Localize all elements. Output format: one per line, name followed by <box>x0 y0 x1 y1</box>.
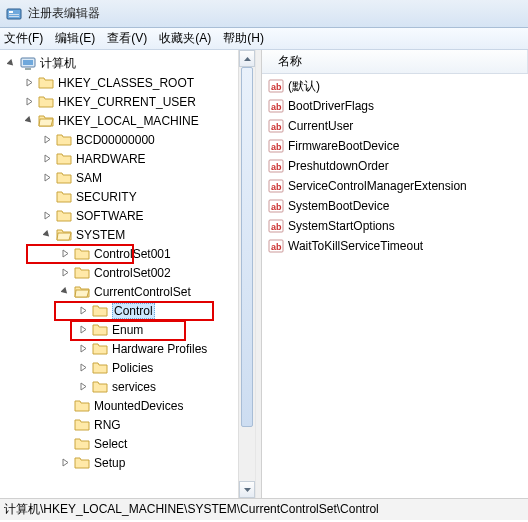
expand-icon[interactable] <box>42 172 53 183</box>
registry-tree[interactable]: 计算机 HKEY_CLASSES_ROOT HKEY_CURRENT_USER … <box>0 50 255 476</box>
reg-string-icon: ab <box>268 98 284 114</box>
list-header[interactable]: 名称 <box>262 50 528 74</box>
folder-icon <box>38 94 54 110</box>
tree-node-control[interactable]: Control <box>2 301 255 320</box>
list-item[interactable]: ab CurrentUser <box>268 116 528 136</box>
tree-node-rng[interactable]: RNG <box>2 415 255 434</box>
tree-node-hwprofiles[interactable]: Hardware Profiles <box>2 339 255 358</box>
menu-help[interactable]: 帮助(H) <box>223 30 264 47</box>
folder-icon <box>38 75 54 91</box>
value-name: ServiceControlManagerExtension <box>288 179 467 193</box>
list-item[interactable]: ab SystemBootDevice <box>268 196 528 216</box>
tree-node-cs002[interactable]: ControlSet002 <box>2 263 255 282</box>
column-name[interactable]: 名称 <box>270 50 528 73</box>
tree-node-software[interactable]: SOFTWARE <box>2 206 255 225</box>
menu-edit[interactable]: 编辑(E) <box>55 30 95 47</box>
list-item[interactable]: ab WaitToKillServiceTimeout <box>268 236 528 256</box>
list-item[interactable]: ab SystemStartOptions <box>268 216 528 236</box>
expand-spacer <box>60 400 71 411</box>
list-item[interactable]: ab BootDriverFlags <box>268 96 528 116</box>
folder-icon <box>74 455 90 471</box>
value-name: CurrentUser <box>288 119 353 133</box>
menu-file[interactable]: 文件(F) <box>4 30 43 47</box>
reg-string-icon: ab <box>268 218 284 234</box>
tree-label: SAM <box>76 171 102 185</box>
scroll-thumb[interactable] <box>241 67 253 427</box>
list-item[interactable]: ab FirmwareBootDevice <box>268 136 528 156</box>
collapse-icon[interactable] <box>42 229 53 240</box>
folder-icon <box>74 436 90 452</box>
tree-node-computer[interactable]: 计算机 <box>2 54 255 73</box>
svg-text:ab: ab <box>271 142 282 152</box>
tree-node-services[interactable]: services <box>2 377 255 396</box>
tree-scrollbar[interactable] <box>238 50 255 498</box>
tree-node-enum[interactable]: Enum <box>2 320 255 339</box>
expand-icon[interactable] <box>42 210 53 221</box>
tree-node-system[interactable]: SYSTEM <box>2 225 255 244</box>
tree-node-bcd[interactable]: BCD00000000 <box>2 130 255 149</box>
expand-icon[interactable] <box>42 134 53 145</box>
expand-spacer <box>60 438 71 449</box>
svg-text:ab: ab <box>271 202 282 212</box>
expand-spacer <box>42 191 53 202</box>
expand-spacer <box>60 419 71 430</box>
menubar: 文件(F) 编辑(E) 查看(V) 收藏夹(A) 帮助(H) <box>0 28 528 50</box>
collapse-icon[interactable] <box>6 58 17 69</box>
tree-label: 计算机 <box>40 55 76 72</box>
expand-icon[interactable] <box>78 305 89 316</box>
value-name: SystemBootDevice <box>288 199 389 213</box>
folder-icon <box>74 417 90 433</box>
reg-string-icon: ab <box>268 198 284 214</box>
svg-rect-2 <box>9 14 19 15</box>
expand-icon[interactable] <box>60 267 71 278</box>
collapse-icon[interactable] <box>60 286 71 297</box>
tree-node-cs001[interactable]: ControlSet001 <box>2 244 255 263</box>
list-item[interactable]: ab ServiceControlManagerExtension <box>268 176 528 196</box>
tree-node-select[interactable]: Select <box>2 434 255 453</box>
scroll-up-icon[interactable] <box>239 50 255 67</box>
value-name: PreshutdownOrder <box>288 159 389 173</box>
tree-node-sam[interactable]: SAM <box>2 168 255 187</box>
expand-icon[interactable] <box>78 343 89 354</box>
expand-icon[interactable] <box>78 362 89 373</box>
tree-label: HKEY_LOCAL_MACHINE <box>58 114 199 128</box>
expand-icon[interactable] <box>24 77 35 88</box>
list-item[interactable]: ab (默认) <box>268 76 528 96</box>
tree-label: services <box>112 380 156 394</box>
reg-string-icon: ab <box>268 158 284 174</box>
tree-node-setup[interactable]: Setup <box>2 453 255 472</box>
value-name: (默认) <box>288 78 320 95</box>
main-split: 计算机 HKEY_CLASSES_ROOT HKEY_CURRENT_USER … <box>0 50 528 498</box>
tree-node-hklm[interactable]: HKEY_LOCAL_MACHINE <box>2 111 255 130</box>
tree-node-currentcontrolset[interactable]: CurrentControlSet <box>2 282 255 301</box>
svg-rect-6 <box>25 68 31 70</box>
tree-node-hkcu[interactable]: HKEY_CURRENT_USER <box>2 92 255 111</box>
collapse-icon[interactable] <box>24 115 35 126</box>
tree-node-policies[interactable]: Policies <box>2 358 255 377</box>
menu-favorites[interactable]: 收藏夹(A) <box>159 30 211 47</box>
list-pane: 名称 ab (默认) ab BootDriverFlags ab Current… <box>262 50 528 498</box>
value-name: SystemStartOptions <box>288 219 395 233</box>
list-item[interactable]: ab PreshutdownOrder <box>268 156 528 176</box>
expand-icon[interactable] <box>78 324 89 335</box>
list-body[interactable]: ab (默认) ab BootDriverFlags ab CurrentUse… <box>262 74 528 256</box>
folder-icon <box>92 379 108 395</box>
reg-string-icon: ab <box>268 138 284 154</box>
expand-icon[interactable] <box>42 153 53 164</box>
expand-icon[interactable] <box>78 381 89 392</box>
scroll-track[interactable] <box>239 67 255 481</box>
folder-icon <box>56 208 72 224</box>
tree-node-hardware[interactable]: HARDWARE <box>2 149 255 168</box>
folder-icon <box>74 246 90 262</box>
tree-node-mounteddevices[interactable]: MountedDevices <box>2 396 255 415</box>
expand-icon[interactable] <box>60 457 71 468</box>
svg-text:ab: ab <box>271 122 282 132</box>
folder-icon <box>56 151 72 167</box>
tree-node-hkcr[interactable]: HKEY_CLASSES_ROOT <box>2 73 255 92</box>
menu-view[interactable]: 查看(V) <box>107 30 147 47</box>
value-name: WaitToKillServiceTimeout <box>288 239 423 253</box>
scroll-down-icon[interactable] <box>239 481 255 498</box>
tree-node-security[interactable]: SECURITY <box>2 187 255 206</box>
expand-icon[interactable] <box>60 248 71 259</box>
expand-icon[interactable] <box>24 96 35 107</box>
